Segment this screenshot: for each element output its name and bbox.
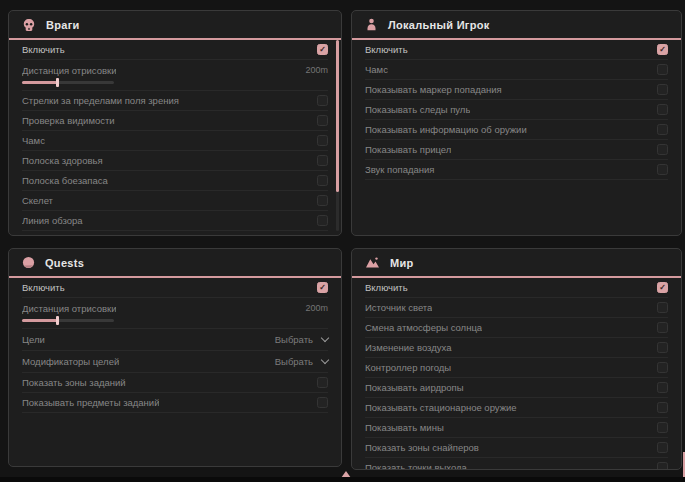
checkbox[interactable]: [657, 64, 668, 75]
checkbox[interactable]: [657, 442, 668, 453]
panel-quests: Quests Включить✓Дистанция отрисовки200mЦ…: [8, 248, 342, 467]
slider-value: 200m: [305, 303, 328, 313]
checkbox[interactable]: [657, 302, 668, 313]
bottom-edge: [0, 477, 685, 482]
checkbox-row[interactable]: Включить✓: [22, 40, 328, 60]
checkbox[interactable]: [657, 402, 668, 413]
checkbox-row[interactable]: Контроллер погоды: [365, 358, 668, 378]
checkbox-row[interactable]: Смена атмосферы солнца: [365, 318, 668, 338]
checkbox-row[interactable]: Показывать аирдропы: [365, 378, 668, 398]
panel-enemies-scrollbar[interactable]: [336, 40, 339, 231]
person-icon: [365, 18, 378, 31]
checkbox-row[interactable]: Стрелки за пределами поля зрения: [22, 91, 328, 111]
checkbox[interactable]: [657, 124, 668, 135]
scrollbar-thumb[interactable]: [336, 40, 339, 192]
setting-label: Показывать маркер попадания: [365, 84, 502, 95]
panel-local-player-rows: Включить✓ЧамсПоказывать маркер попадания…: [352, 40, 681, 180]
panel-local-player: Локальный Игрок Включить✓ЧамсПоказывать …: [351, 10, 682, 236]
panel-title: Локальный Игрок: [388, 19, 490, 31]
setting-label: Дистанция отрисовки: [22, 65, 116, 76]
checkbox-row[interactable]: Показывать следы пуль: [22, 231, 328, 236]
mountain-icon: [365, 256, 380, 269]
checkbox[interactable]: [657, 462, 668, 470]
select-row[interactable]: ЦелиВыбрать: [22, 329, 328, 351]
panel-title: Мир: [390, 257, 414, 269]
checkbox-row[interactable]: Показать зоны заданий: [22, 373, 328, 393]
setting-label: Источник света: [365, 302, 432, 313]
distance-slider[interactable]: [22, 319, 114, 322]
checkbox[interactable]: [657, 84, 668, 95]
checkbox-row[interactable]: Показать зоны снайперов: [365, 438, 668, 458]
setting-label: Показать зоны заданий: [22, 377, 126, 388]
checkbox[interactable]: [657, 362, 668, 373]
checkbox[interactable]: ✓: [657, 44, 668, 55]
checkbox[interactable]: [317, 195, 328, 206]
skull-icon: [22, 18, 36, 32]
slider-line: Дистанция отрисовки200m: [22, 301, 328, 315]
checkbox[interactable]: [657, 342, 668, 353]
slider-row: Дистанция отрисовки200m: [22, 60, 328, 91]
checkbox-row[interactable]: Чамс: [22, 131, 328, 151]
checkbox[interactable]: ✓: [657, 282, 668, 293]
checkbox[interactable]: [317, 377, 328, 388]
checkbox[interactable]: [657, 422, 668, 433]
panel-quests-rows: Включить✓Дистанция отрисовки200mЦелиВыбр…: [9, 278, 341, 413]
slider-fill: [22, 81, 57, 84]
checkbox-row[interactable]: Чамс: [365, 60, 668, 80]
checkbox-row[interactable]: Показывать предметы заданий: [22, 393, 328, 413]
setting-label: Смена атмосферы солнца: [365, 322, 482, 333]
panel-title: Враги: [46, 19, 80, 31]
setting-label: Показывать следы пуль: [22, 235, 127, 236]
checkbox[interactable]: [657, 104, 668, 115]
checkbox-row[interactable]: Показывать прицел: [365, 140, 668, 160]
checkbox[interactable]: [317, 135, 328, 146]
setting-label: Проверка видимости: [22, 115, 115, 126]
panel-enemies-header: Враги: [9, 11, 341, 40]
checkbox[interactable]: [657, 144, 668, 155]
setting-label: Показывать мины: [365, 422, 444, 433]
checkbox-row[interactable]: Полоска боезапаса: [22, 171, 328, 191]
select-row[interactable]: Модификаторы целейВыбрать: [22, 351, 328, 373]
checkbox-row[interactable]: Показывать следы пуль: [365, 100, 668, 120]
checkbox[interactable]: ✓: [317, 44, 328, 55]
checkbox[interactable]: [657, 382, 668, 393]
checkbox[interactable]: [317, 175, 328, 186]
checkbox-row[interactable]: Скелет: [22, 191, 328, 211]
setting-label: Контроллер погоды: [365, 362, 451, 373]
checkbox[interactable]: [317, 155, 328, 166]
slider-handle[interactable]: [56, 316, 59, 325]
checkbox[interactable]: [317, 397, 328, 408]
checkbox[interactable]: [657, 164, 668, 175]
checkbox-row[interactable]: Полоска здоровья: [22, 151, 328, 171]
checkbox-row[interactable]: Включить✓: [365, 278, 668, 298]
checkbox-row[interactable]: Включить✓: [365, 40, 668, 60]
checkbox-row[interactable]: Источник света: [365, 298, 668, 318]
slider-fill: [22, 319, 57, 322]
checkbox[interactable]: ✓: [317, 282, 328, 293]
checkbox-row[interactable]: Показывать маркер попадания: [365, 80, 668, 100]
setting-label: Включить: [22, 44, 65, 55]
checkbox[interactable]: [317, 115, 328, 126]
checkbox-row[interactable]: Показать точки выхода: [365, 458, 668, 470]
panel-world: Мир Включить✓Источник светаСмена атмосфе…: [351, 248, 682, 470]
checkbox[interactable]: [317, 215, 328, 226]
checkbox-row[interactable]: Показывать информацию об оружии: [365, 120, 668, 140]
checkbox-row[interactable]: Показывать стационарное оружие: [365, 398, 668, 418]
checkbox-row[interactable]: Линия обзора: [22, 211, 328, 231]
checkbox[interactable]: [317, 95, 328, 106]
slider-handle[interactable]: [56, 78, 59, 87]
setting-label: Линия обзора: [22, 215, 83, 226]
checkbox-row[interactable]: Показывать мины: [365, 418, 668, 438]
checkbox-row[interactable]: Проверка видимости: [22, 111, 328, 131]
checkbox-row[interactable]: Звук попадания: [365, 160, 668, 180]
distance-slider[interactable]: [22, 81, 114, 84]
chevron-down-icon: [321, 334, 329, 342]
checkbox[interactable]: [657, 322, 668, 333]
checkbox-row[interactable]: Изменение воздуха: [365, 338, 668, 358]
dropdown-select[interactable]: Выбрать: [275, 356, 328, 367]
slider-row: Дистанция отрисовки200m: [22, 298, 328, 329]
setting-label: Показывать аирдропы: [365, 382, 464, 393]
checkbox[interactable]: [317, 235, 328, 236]
checkbox-row[interactable]: Включить✓: [22, 278, 328, 298]
dropdown-select[interactable]: Выбрать: [275, 334, 328, 345]
